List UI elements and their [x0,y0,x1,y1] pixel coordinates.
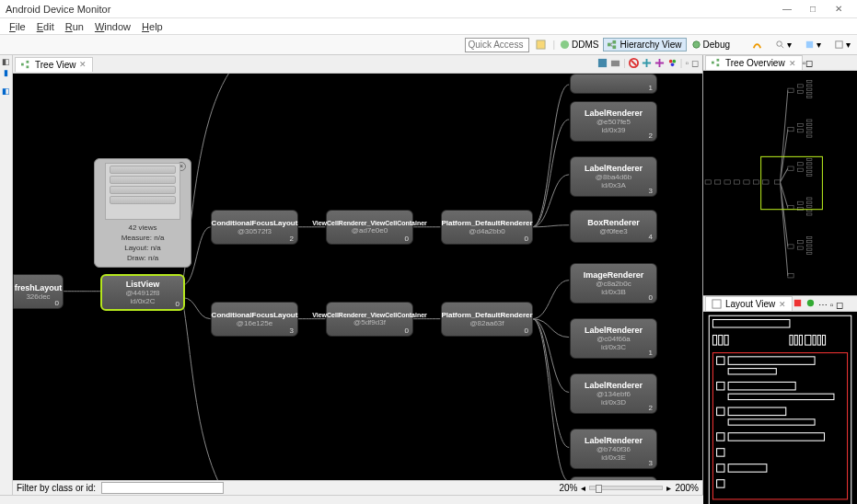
gutter-icon-2[interactable]: ▮ [4,68,8,77]
svg-rect-39 [797,201,803,204]
node-conditional-2[interactable]: ConditionalFocusLayout @16e125e 3 [211,302,298,337]
tree-view-tabheader: Tree View ✕ | | ▫ ◻ [13,55,702,74]
tree-overview-canvas[interactable] [703,71,857,296]
tv-tool-dump[interactable] [654,58,665,70]
node-viewcell-2[interactable]: ViewCellRenderer_ViewCellContainer @5df9… [326,302,413,337]
tab-tree-overview[interactable]: Tree Overview ✕ [705,55,803,70]
svg-rect-98 [717,449,724,456]
svg-rect-28 [774,180,780,184]
svg-rect-0 [537,40,545,49]
perspective-debug[interactable]: Debug [687,38,735,52]
tab-layout-view[interactable]: Layout View ✕ [705,296,793,311]
svg-rect-90 [717,383,724,390]
tool-icon-4[interactable]: ▾ [828,38,856,52]
tool-icon-2[interactable]: ▾ [770,38,797,52]
svg-rect-85 [822,336,825,346]
minimize-button[interactable]: — [774,4,800,14]
svg-rect-27 [763,180,769,184]
tv-tool-invalidate[interactable] [629,58,639,70]
svg-rect-81 [799,336,802,346]
svg-rect-20 [717,63,720,66]
svg-rect-100 [728,464,767,472]
tv-tool-max[interactable]: ◻ [691,58,699,70]
svg-rect-22 [715,180,721,184]
svg-rect-50 [807,120,812,121]
svg-rect-91 [728,383,795,390]
tv-tool-profile[interactable] [667,58,677,70]
svg-rect-8 [836,41,842,48]
svg-rect-48 [807,92,812,94]
node-platformdefault-2[interactable]: Platform_DefaultRenderer @82aa63f 0 [441,302,533,337]
svg-point-15 [669,60,673,63]
title-bar: Android Device Monitor — □ ✕ [0,0,857,18]
close-icon[interactable]: ✕ [779,300,786,309]
hierarchy-canvas[interactable]: 1 freshLayout 326dec 0 ListView @44912f8… [13,74,702,480]
lv-max[interactable]: ◻ [836,300,843,310]
ov-max[interactable]: ◻ [805,58,813,68]
node-viewcell-1[interactable]: ViewCellRenderer_ViewCellContainer @ad7e… [326,210,413,245]
svg-rect-41 [788,245,793,248]
lv-tool-3[interactable]: ⋯ [818,300,828,310]
svg-rect-92 [728,394,834,399]
window-title: Android Device Monitor [6,4,774,15]
gutter-icon-3[interactable]: ◧ [2,86,10,96]
zoom-max: 200% [675,483,699,493]
svg-rect-67 [807,245,812,246]
zoom-slider[interactable] [589,486,663,490]
node-imagerenderer-1[interactable]: ImageRenderer@c8a2b0cid/0x3B0 [570,263,657,304]
svg-rect-19 [717,59,720,62]
open-perspective-icon[interactable] [530,38,551,52]
svg-rect-3 [613,40,617,44]
layout-view-canvas[interactable] [703,312,857,504]
svg-rect-13 [611,61,620,66]
svg-rect-49 [807,97,812,98]
lv-tool-2[interactable] [805,300,816,310]
node-boxrenderer-2[interactable]: BoxRenderer [570,476,657,480]
zoom-in-icon[interactable]: ▸ [666,483,671,493]
node-freshlayout[interactable]: freshLayout 326dec 0 [13,274,64,309]
svg-rect-29 [788,88,793,92]
close-icon[interactable]: ✕ [789,59,796,68]
svg-rect-9 [21,63,24,65]
svg-rect-58 [807,170,812,172]
menu-edit[interactable]: Edit [31,21,60,32]
zoom-out-icon[interactable]: ◂ [581,483,585,493]
maximize-button[interactable]: □ [800,4,826,14]
quick-access-input[interactable] [465,38,529,52]
node-conditional-1[interactable]: ConditionalFocusLayout @30572f3 2 [211,210,298,245]
menu-window[interactable]: Window [89,21,136,32]
node-labelrenderer-4[interactable]: LabelRenderer@134ebf6id/0x3D2 [570,373,657,414]
tv-tool-request[interactable] [642,58,652,70]
tool-icon-1[interactable] [747,38,768,52]
perspective-hierarchy-view[interactable]: Hierarchy View [603,38,686,52]
tab-tree-view[interactable]: Tree View ✕ [15,57,93,72]
tv-tool-min[interactable]: ▫ [685,58,689,70]
lv-min[interactable]: ▫ [830,300,834,310]
node-labelrenderer-2[interactable]: LabelRenderer@8ba4d6bid/0x3A3 [570,156,657,197]
gutter-icon-1[interactable]: ◧ [2,57,10,66]
close-button[interactable]: ✕ [826,4,851,14]
tv-tool-capture[interactable] [610,58,620,70]
node-partial-top[interactable]: 1 [570,74,657,94]
svg-rect-47 [807,88,812,90]
tool-icon-3[interactable]: ▾ [799,38,827,52]
node-platformdefault-1[interactable]: Platform_DefaultRenderer @d4a2bb0 0 [441,210,533,245]
layout-view-header: Layout View ✕ ⋯ ▫ ◻ [703,296,857,312]
node-labelrenderer-5[interactable]: LabelRenderer@b740f36id/0x3E3 [570,429,657,469]
node-labelrenderer-1[interactable]: LabelRenderer@e507fe5id/0x392 [570,101,657,142]
svg-rect-42 [797,241,803,244]
menu-run[interactable]: Run [60,21,89,32]
lv-tool-1[interactable] [793,300,803,310]
menu-file[interactable]: File [4,21,31,32]
node-listview[interactable]: ListView @44912f8 id/0x2C 0 [100,274,185,311]
svg-rect-38 [788,205,793,209]
node-boxrenderer-1[interactable]: BoxRenderer@f0fee34 [570,210,657,243]
close-icon[interactable]: ✕ [79,60,87,69]
node-labelrenderer-3[interactable]: LabelRenderer@c04f66aid/0x3C1 [570,318,657,359]
tv-tool-save[interactable] [597,58,608,70]
svg-rect-31 [797,90,803,93]
svg-rect-97 [728,433,824,441]
filter-input[interactable] [101,482,224,494]
perspective-ddms[interactable]: DDMS [555,38,603,52]
menu-help[interactable]: Help [136,21,168,32]
